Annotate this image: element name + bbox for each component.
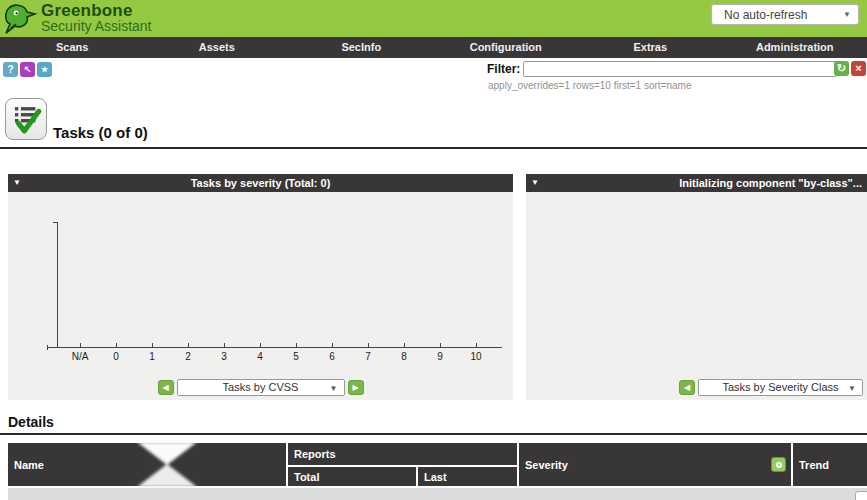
x-tick-label: 3	[206, 351, 242, 362]
reset-filter-icon[interactable]: ×	[851, 61, 866, 76]
panel-right-title: Initializing component "by-class"...	[679, 177, 862, 189]
tasks-table-header: Name Reports Total Last Severity Trend	[8, 443, 867, 486]
filter-toolbar: ? ↖ ★ Filter: ↻ × apply_overrides=1 rows…	[0, 58, 867, 95]
nav-item-assets[interactable]: Assets	[145, 37, 290, 58]
column-header-last[interactable]: Last	[418, 467, 517, 486]
column-header-trend[interactable]: Trend	[793, 443, 867, 486]
overrides-toggle-icon[interactable]	[771, 457, 786, 472]
chart-type-value-right: Tasks by Severity Class	[722, 381, 838, 393]
nav-item-administration[interactable]: Administration	[723, 37, 867, 58]
x-tick	[332, 343, 333, 347]
panel-tasks-by-severity: ▼ Tasks by severity (Total: 0) N/A 0 1 2	[8, 174, 513, 400]
edit-filter-icon[interactable]: ↖	[20, 62, 35, 77]
filter-actions: ↻ ×	[834, 61, 866, 76]
x-tick-label: N/A	[62, 351, 98, 362]
list-action-icons: ? ↖ ★	[3, 62, 52, 77]
page-title: Tasks (0 of 0)	[53, 124, 148, 141]
x-tick-label: 8	[386, 351, 422, 362]
x-tick	[152, 343, 153, 347]
app-header: Greenbone Security Assistant No auto-ref…	[0, 0, 867, 37]
panel-left-footer: ◀ Tasks by CVSS ▼ ▶	[8, 374, 513, 400]
severity-chart: N/A 0 1 2 3 4 5 6 7 8 9 10	[8, 192, 513, 374]
chevron-down-icon: ▼	[330, 381, 338, 396]
nav-item-secinfo[interactable]: SecInfo	[289, 37, 434, 58]
x-tick	[224, 343, 225, 347]
chart-x-axis-end-tick	[47, 345, 48, 350]
nav-item-configuration[interactable]: Configuration	[434, 37, 579, 58]
x-tick	[116, 343, 117, 347]
prev-chart-button[interactable]: ◀	[679, 380, 695, 395]
x-tick	[188, 343, 189, 347]
chevron-down-icon: ▼	[848, 381, 856, 396]
cropped-corner-button[interactable]	[855, 491, 867, 500]
filter-input[interactable]	[523, 61, 837, 77]
title-divider	[0, 147, 867, 149]
x-tick-label: 5	[278, 351, 314, 362]
empty-table-row	[8, 488, 867, 500]
brand-title: Greenbone	[41, 2, 152, 19]
panel-tasks-by-class: ▼ Initializing component "by-class"... ◀…	[526, 174, 867, 400]
panel-left-title: Tasks by severity (Total: 0)	[191, 177, 331, 189]
brand-subtitle: Security Assistant	[41, 19, 152, 34]
panel-right-header: ▼ Initializing component "by-class"...	[526, 174, 867, 192]
new-filter-icon[interactable]: ★	[37, 62, 52, 77]
filter-group: Filter:	[487, 61, 837, 77]
details-heading: Details	[8, 414, 867, 430]
x-tick	[368, 343, 369, 347]
panel-right-footer: ◀ Tasks by Severity Class ▼	[526, 374, 867, 400]
x-tick-label: 2	[170, 351, 206, 362]
chart-type-value-left: Tasks by CVSS	[223, 381, 299, 393]
severity-label: Severity	[525, 459, 568, 471]
auto-refresh-value: No auto-refresh	[724, 8, 807, 22]
x-tick	[476, 343, 477, 347]
x-tick-label: 1	[134, 351, 170, 362]
collapse-panel-icon[interactable]: ▼	[531, 174, 539, 192]
greenbone-dragon-logo	[2, 3, 38, 36]
column-header-reports[interactable]: Reports	[288, 443, 517, 465]
chart-type-select-left[interactable]: Tasks by CVSS ▼	[177, 379, 345, 396]
chart-type-select-right[interactable]: Tasks by Severity Class ▼	[698, 379, 863, 396]
nav-item-extras[interactable]: Extras	[578, 37, 723, 58]
update-filter-icon[interactable]: ↻	[834, 61, 849, 76]
chart-y-axis	[57, 222, 58, 347]
x-tick-label: 7	[350, 351, 386, 362]
x-tick	[296, 343, 297, 347]
column-header-severity[interactable]: Severity	[519, 443, 791, 486]
x-tick	[260, 343, 261, 347]
x-tick-label: 9	[422, 351, 458, 362]
x-tick	[440, 343, 441, 347]
tasks-list-icon	[5, 98, 47, 140]
main-nav: Scans Assets SecInfo Configuration Extra…	[0, 37, 867, 58]
panel-left-header: ▼ Tasks by severity (Total: 0)	[8, 174, 513, 192]
details-divider	[0, 433, 867, 435]
filter-label: Filter:	[487, 62, 520, 76]
x-tick-label: 0	[98, 351, 134, 362]
dashboard: ▼ Tasks by severity (Total: 0) N/A 0 1 2	[8, 174, 867, 400]
chevron-down-icon: ▼	[843, 10, 851, 19]
auto-refresh-select[interactable]: No auto-refresh ▼	[711, 4, 859, 25]
page-head: Tasks (0 of 0)	[0, 95, 867, 147]
column-header-total[interactable]: Total	[288, 467, 416, 486]
chart-y-axis-cap	[53, 222, 58, 223]
column-header-name[interactable]: Name	[8, 443, 286, 486]
loading-chart-area	[526, 192, 867, 374]
prev-chart-button[interactable]: ◀	[158, 380, 174, 395]
x-tick-label: 6	[314, 351, 350, 362]
x-tick	[404, 343, 405, 347]
help-icon[interactable]: ?	[3, 62, 18, 77]
chart-x-axis	[47, 347, 502, 348]
collapse-panel-icon[interactable]: ▼	[13, 174, 21, 192]
next-chart-button[interactable]: ▶	[348, 380, 364, 395]
x-tick-label: 10	[458, 351, 494, 362]
x-tick	[80, 343, 81, 347]
x-tick-label: 4	[242, 351, 278, 362]
applied-filter-text: apply_overrides=1 rows=10 first=1 sort=n…	[488, 80, 691, 91]
nav-item-scans[interactable]: Scans	[0, 37, 145, 58]
